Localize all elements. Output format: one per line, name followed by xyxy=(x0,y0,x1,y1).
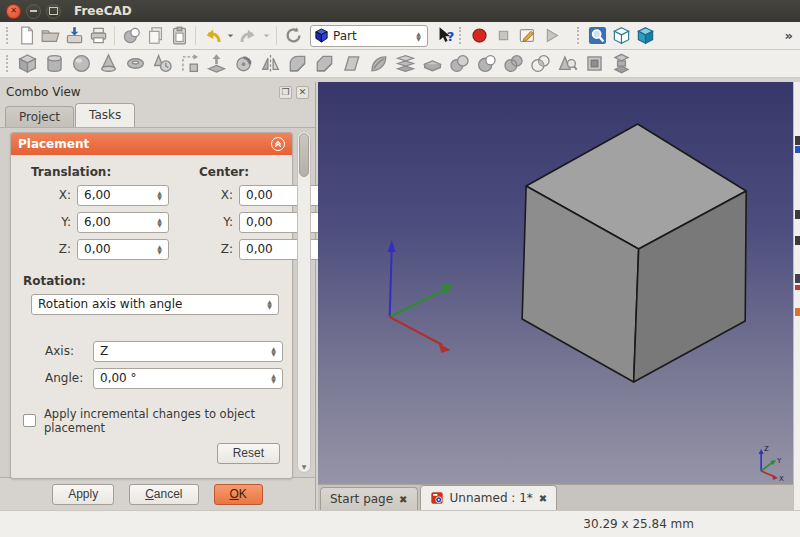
loft-icon[interactable] xyxy=(392,52,419,76)
redo-dropdown-icon[interactable] xyxy=(260,24,272,48)
translation-z-label: Z: xyxy=(19,242,77,256)
box-icon[interactable] xyxy=(14,52,41,76)
open-folder-icon[interactable] xyxy=(38,24,62,48)
redo-icon[interactable] xyxy=(236,24,260,48)
tab-tasks[interactable]: Tasks xyxy=(75,103,135,127)
union-icon[interactable] xyxy=(500,52,527,76)
sweep-icon[interactable] xyxy=(365,52,392,76)
primitives-icon[interactable] xyxy=(149,52,176,76)
undo-dropdown-icon[interactable] xyxy=(224,24,236,48)
dock-float-icon[interactable]: ❐ xyxy=(279,86,292,99)
rotation-mode-select[interactable]: Rotation axis with angle ▲▼ xyxy=(31,294,279,315)
print-icon[interactable] xyxy=(86,24,110,48)
refresh-icon[interactable] xyxy=(281,24,305,48)
collapse-icon[interactable] xyxy=(271,137,285,151)
wireframe-cube-icon[interactable] xyxy=(609,24,633,48)
compound-icon[interactable] xyxy=(608,52,635,76)
mirror-icon[interactable] xyxy=(257,52,284,76)
clipped-icon[interactable] xyxy=(795,136,800,145)
toolbar-drag-handle[interactable] xyxy=(577,27,581,44)
clipped-icon[interactable] xyxy=(795,146,800,153)
incremental-checkbox[interactable] xyxy=(23,414,36,427)
solid-cube-icon[interactable] xyxy=(633,24,657,48)
boolean-icon[interactable] xyxy=(446,52,473,76)
mdi-area: Z Y X Start page ✖ Unnamed : 1* ✖ xyxy=(318,82,793,510)
ruled-surface-icon[interactable] xyxy=(338,52,365,76)
toolbar-group-edit xyxy=(119,24,191,48)
intersection-icon[interactable] xyxy=(527,52,554,76)
combo-view-header: Combo View ❐ ✕ xyxy=(0,82,315,103)
reset-button[interactable]: Reset xyxy=(217,443,280,464)
thickness-icon[interactable] xyxy=(419,52,446,76)
cut-icon[interactable] xyxy=(473,52,500,76)
apply-button[interactable]: Apply xyxy=(52,484,114,505)
stop-macro-icon[interactable] xyxy=(491,24,515,48)
save-icon[interactable] xyxy=(62,24,86,48)
record-macro-icon[interactable] xyxy=(467,24,491,48)
cut-icon[interactable] xyxy=(119,24,143,48)
freecad-window: FreeCAD Part ▲▼ ? » Combo View xyxy=(0,0,800,537)
window-maximize-icon[interactable] xyxy=(46,4,61,19)
translation-z-spinner[interactable]: ▲▼ xyxy=(153,240,166,259)
rotation-mode-arrows[interactable]: ▲▼ xyxy=(263,295,276,314)
toolbar-overflow-chevron[interactable]: » xyxy=(785,28,796,43)
workbench-selector[interactable]: Part ▲▼ xyxy=(310,25,428,47)
tab-close-icon[interactable]: ✖ xyxy=(539,493,547,504)
whats-this-icon[interactable]: ? xyxy=(433,24,457,48)
toolbar-drag-handle[interactable] xyxy=(6,55,10,72)
angle-input[interactable]: 0,00 ° ▲▼ xyxy=(93,368,283,389)
torus-icon[interactable] xyxy=(122,52,149,76)
3d-viewport[interactable]: Z Y X xyxy=(318,82,793,484)
chamfer-icon[interactable] xyxy=(311,52,338,76)
clipped-icon[interactable] xyxy=(795,285,800,290)
window-minimize-icon[interactable] xyxy=(26,4,41,19)
undo-icon[interactable] xyxy=(200,24,224,48)
tab-start-page[interactable]: Start page ✖ xyxy=(320,487,418,510)
shape-builder-icon[interactable] xyxy=(176,52,203,76)
angle-spinner[interactable]: ▲▼ xyxy=(267,369,280,388)
revolve-icon[interactable] xyxy=(230,52,257,76)
cone-icon[interactable] xyxy=(95,52,122,76)
part-box-3d[interactable] xyxy=(522,124,746,382)
clipped-icon[interactable] xyxy=(795,210,800,219)
new-file-icon[interactable] xyxy=(14,24,38,48)
tab-unnamed-document[interactable]: Unnamed : 1* ✖ xyxy=(420,485,558,510)
workbench-selector-value: Part xyxy=(333,29,357,43)
dock-close-icon[interactable]: ✕ xyxy=(296,86,309,99)
extrude-icon[interactable] xyxy=(203,52,230,76)
translation-y-input[interactable]: 6,00 ▲▼ xyxy=(77,212,169,233)
run-macro-icon[interactable] xyxy=(539,24,563,48)
translation-x-spinner[interactable]: ▲▼ xyxy=(153,186,166,205)
window-close-icon[interactable] xyxy=(6,4,21,19)
translation-z-input[interactable]: 0,00 ▲▼ xyxy=(77,239,169,260)
cancel-button[interactable]: Cancel xyxy=(129,484,198,505)
scrollbar-down-arrow-icon[interactable]: ▼ xyxy=(298,463,310,470)
tasks-scrollbar[interactable]: ▼ xyxy=(297,131,311,473)
paste-icon[interactable] xyxy=(167,24,191,48)
translation-x-input[interactable]: 6,00 ▲▼ xyxy=(77,185,169,206)
axis-select[interactable]: Z ▲▼ xyxy=(93,341,283,362)
tab-close-icon[interactable]: ✖ xyxy=(399,494,407,505)
edit-macro-icon[interactable] xyxy=(515,24,539,48)
cross-sections-icon[interactable] xyxy=(581,52,608,76)
translation-y-spinner[interactable]: ▲▼ xyxy=(153,213,166,232)
workbench-selector-arrows[interactable]: ▲▼ xyxy=(412,26,425,46)
clipped-icon[interactable] xyxy=(795,274,800,283)
toolbar-drag-handle[interactable] xyxy=(459,27,463,44)
check-geometry-icon[interactable] xyxy=(554,52,581,76)
fit-all-icon[interactable] xyxy=(585,24,609,48)
tab-unnamed-document-label: Unnamed : 1* xyxy=(450,491,533,505)
tab-project[interactable]: Project xyxy=(5,106,74,128)
toolbar-drag-handle[interactable] xyxy=(6,27,10,44)
tasks-scrollbar-thumb[interactable] xyxy=(299,133,309,177)
sphere-icon[interactable] xyxy=(68,52,95,76)
placement-body: Translation: Center: X: 6,00 ▲▼ X: xyxy=(11,155,292,478)
fillet-icon[interactable] xyxy=(284,52,311,76)
clipped-icon[interactable] xyxy=(795,308,800,316)
axis-select-arrows[interactable]: ▲▼ xyxy=(267,342,280,361)
clipped-icon[interactable] xyxy=(795,236,800,245)
ok-button[interactable]: OK xyxy=(214,484,263,505)
translation-z-value: 0,00 xyxy=(84,242,111,256)
cylinder-icon[interactable] xyxy=(41,52,68,76)
copy-icon[interactable] xyxy=(143,24,167,48)
